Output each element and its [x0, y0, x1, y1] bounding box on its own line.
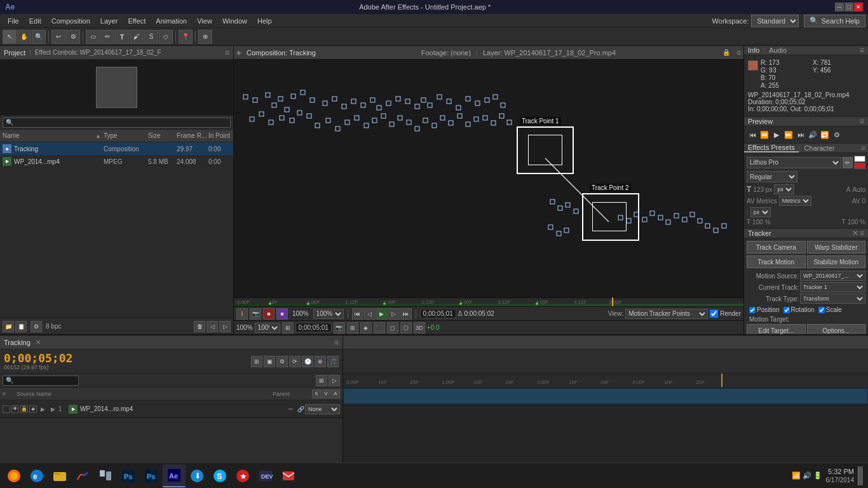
current-track-select[interactable]: Tracker 1	[800, 282, 865, 292]
nav-right[interactable]: ▷	[219, 321, 231, 332]
taskbar-dev[interactable]: DEV	[254, 464, 277, 487]
taskbar-matlab[interactable]	[71, 464, 94, 487]
col-audio[interactable]: A	[331, 390, 340, 398]
taskbar-firefox[interactable]	[3, 464, 25, 487]
layer-collapse[interactable]: ▶	[38, 405, 47, 414]
tl-tool2[interactable]: ▣	[264, 356, 275, 367]
info-menu[interactable]: ≡	[860, 46, 864, 55]
taskbar-files[interactable]	[94, 464, 117, 487]
track-motion-btn[interactable]: Track Motion	[747, 255, 806, 268]
tool-rect[interactable]: ▭	[86, 30, 100, 44]
file-row-tracking[interactable]: ■ Tracking Composition 29.97 0:00	[0, 142, 233, 155]
delete-btn[interactable]: 🗑	[194, 321, 205, 332]
tl-tool3[interactable]: ⚙	[276, 356, 288, 367]
project-search-input[interactable]	[3, 118, 231, 128]
fg-color-swatch[interactable]	[854, 156, 865, 162]
prev-audio[interactable]: 🔊	[807, 129, 818, 140]
comp-menu-icon[interactable]: ≡	[736, 48, 741, 57]
clock-display[interactable]: 5:32 PM 6/17/2014	[826, 467, 855, 484]
taskbar-ae[interactable]: Ae	[163, 464, 186, 487]
taskbar-folder[interactable]	[48, 464, 71, 487]
taskbar-ps2[interactable]: Ps	[140, 464, 163, 487]
tl-search-btn2[interactable]: ▷	[329, 375, 340, 386]
tool-clone[interactable]: S	[144, 30, 158, 44]
menu-file[interactable]: File	[3, 16, 24, 26]
tl-tool4[interactable]: ⟳	[289, 356, 301, 367]
lock-icon[interactable]: 🔒	[721, 48, 731, 58]
tool-brush[interactable]: 🖌	[130, 30, 144, 44]
tool-camera[interactable]: ⚙	[66, 30, 80, 44]
font-picker-btn[interactable]: ✏	[843, 157, 853, 168]
grid-btn[interactable]: ⊞	[347, 322, 358, 334]
menu-window[interactable]: Window	[217, 16, 252, 26]
frame-size-icon[interactable]: ⊞	[282, 322, 294, 334]
bg-color-swatch[interactable]	[854, 163, 865, 169]
tool-zoom[interactable]: 🔍	[32, 30, 46, 44]
prev-go-end[interactable]: ⏭	[795, 129, 806, 140]
prev-step-back[interactable]: ⏪	[759, 129, 770, 140]
opacity-btn[interactable]: ◻	[387, 322, 398, 334]
snapshot-btn[interactable]: 📷	[250, 308, 261, 320]
menu-layer[interactable]: Layer	[95, 16, 123, 26]
prev-loop[interactable]: 🔁	[819, 129, 831, 140]
layer-expand[interactable]: ▶	[48, 405, 57, 414]
effect-controls-tab[interactable]: Effect Controls: WP_20140617_17_18_02_F	[35, 49, 161, 56]
layer-shy[interactable]: ◈	[29, 405, 37, 413]
tool-rotate[interactable]: ↩	[51, 30, 65, 44]
menu-effect[interactable]: Effect	[123, 16, 151, 26]
comp-zoom-select[interactable]: 100%	[313, 309, 344, 319]
tl-search-btn1[interactable]: ⊞	[316, 375, 327, 386]
font-select[interactable]: Lithos Pro	[747, 157, 841, 168]
layer-solo[interactable]	[3, 405, 10, 413]
preview-menu[interactable]: ≡	[860, 117, 864, 126]
tool-extra[interactable]: ⊕	[198, 30, 212, 44]
workspace-dropdown[interactable]: Standard	[751, 15, 799, 27]
play-btn[interactable]: ▶	[376, 308, 388, 320]
show-desktop-btn[interactable]	[858, 466, 863, 485]
taskbar-ps1[interactable]: Ps	[117, 464, 140, 487]
rotation-checkbox[interactable]	[783, 307, 790, 313]
tracker-title[interactable]: Tracker	[748, 229, 771, 237]
layer-eye[interactable]: 👁	[11, 405, 19, 413]
go-end-btn[interactable]: ⏭	[400, 308, 412, 320]
step-fwd-btn[interactable]: ▷	[388, 308, 400, 320]
timeline-search-input[interactable]	[3, 376, 79, 386]
menu-animation[interactable]: Animation	[151, 16, 192, 26]
tl-tool1[interactable]: ⊞	[251, 356, 262, 367]
layer-edit-btn[interactable]: ✏	[287, 405, 295, 414]
layer-lock[interactable]: 🔒	[20, 405, 28, 413]
preview-tab[interactable]: Preview	[748, 118, 773, 125]
close-timeline-tab[interactable]: ✕	[36, 339, 41, 346]
comp-tab[interactable]: Composition: Tracking	[247, 49, 316, 57]
tool-arrow[interactable]: ↖	[3, 30, 17, 44]
close-btn[interactable]: ✕	[854, 3, 863, 11]
timeline-title[interactable]: Tracking	[4, 339, 31, 346]
step-back-btn[interactable]: ◁	[364, 308, 376, 320]
motion-source-select[interactable]: WP_20140617_...	[800, 271, 865, 281]
parent-dropdown[interactable]: 🔗 None	[297, 404, 340, 414]
minimize-btn[interactable]: ─	[835, 3, 844, 11]
new-comp-btn[interactable]: 📋	[15, 321, 27, 332]
effects-menu[interactable]: ≡	[861, 144, 865, 152]
size-unit-select[interactable]: px	[774, 184, 794, 194]
maximize-btn[interactable]: □	[844, 3, 853, 11]
color-btn2[interactable]: ⬛	[374, 322, 385, 334]
comp-color-btn[interactable]: ■	[276, 308, 288, 320]
taskbar-mail[interactable]	[277, 464, 300, 487]
audio-tab[interactable]: Audio	[769, 46, 787, 54]
walk-tool[interactable]: 🚶	[236, 308, 248, 320]
layer-row-1[interactable]: 👁 🔒 ◈ ▶ ▶ 1 ▶ WP_2014...ro.mp4 ✏ 🔗 None	[0, 400, 342, 418]
current-time[interactable]: 0;00;05;01	[420, 309, 456, 318]
timecode-display[interactable]: 0;00;05;02 00152 (29.97 fps)	[4, 353, 72, 370]
comp-zoom-select2[interactable]: 100%	[255, 323, 280, 333]
comp-timecode2[interactable]: 0;00;05;01	[295, 323, 332, 332]
tool-text[interactable]: T	[115, 30, 129, 44]
prev-step-fwd[interactable]: ⏩	[783, 129, 794, 140]
tracker-menu[interactable]: ✕	[852, 229, 858, 238]
col-shy[interactable]: S	[312, 390, 321, 398]
metrics-select[interactable]: Metrics	[779, 196, 811, 206]
tl-tool7[interactable]: 🎵	[327, 356, 339, 367]
project-tab[interactable]: Project	[4, 49, 25, 57]
menu-composition[interactable]: Composition	[46, 16, 95, 26]
character-tab[interactable]: Character	[800, 144, 838, 152]
